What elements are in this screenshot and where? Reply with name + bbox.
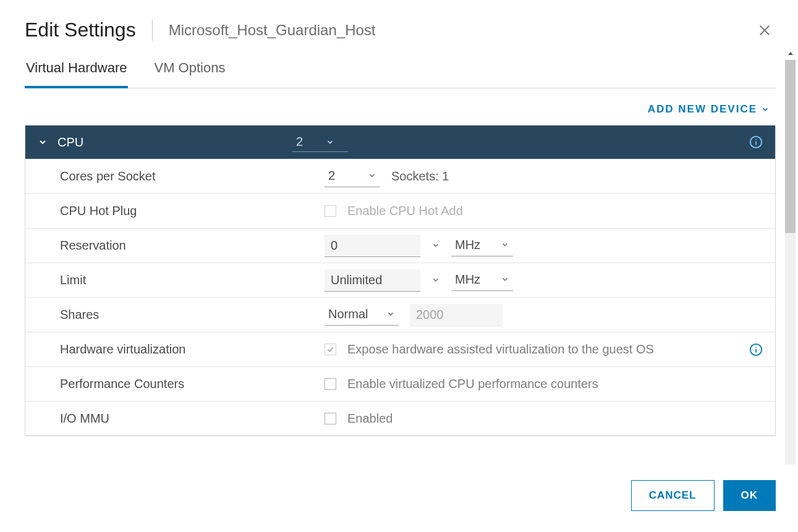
chevron-down-icon[interactable]: [431, 273, 440, 287]
info-icon[interactable]: [749, 343, 763, 357]
cpu-section-header[interactable]: CPU 2: [25, 125, 775, 159]
dialog-header: Edit Settings Microsoft_Host_Guardian_Ho…: [0, 0, 798, 48]
cores-per-socket-value: 2: [328, 169, 335, 183]
io-mmu-cb-label: Enabled: [347, 412, 393, 426]
limit-label: Limit: [60, 273, 325, 287]
shares-value-input: 2000: [410, 304, 503, 326]
dialog-title: Edit Settings: [25, 19, 136, 41]
reservation-label: Reservation: [60, 239, 325, 253]
cpu-hot-plug-checkbox: [325, 205, 336, 217]
perf-counters-cb-label: Enable virtualized CPU performance count…: [347, 377, 598, 391]
row-cores-per-socket: Cores per Socket 2 Sockets: 1: [25, 159, 775, 193]
cpu-hot-plug-cb-label: Enable CPU Hot Add: [347, 204, 463, 218]
cores-per-socket-select[interactable]: 2: [325, 166, 380, 187]
row-performance-counters: Performance Counters Enable virtualized …: [25, 366, 775, 401]
cancel-button[interactable]: CANCEL: [631, 480, 715, 511]
row-io-mmu: I/O MMU Enabled: [25, 401, 775, 436]
limit-unit-select[interactable]: MHz: [451, 270, 513, 291]
sockets-text: Sockets: 1: [391, 169, 449, 184]
limit-unit: MHz: [455, 272, 480, 287]
chevron-down-icon: [368, 169, 376, 183]
ok-button[interactable]: OK: [723, 480, 776, 511]
shares-level: Normal: [328, 307, 368, 321]
chevron-down-icon: [38, 137, 48, 147]
row-shares: Shares Normal 2000: [25, 297, 775, 332]
cores-per-socket-label: Cores per Socket: [60, 169, 325, 184]
tabs: Virtual Hardware VM Options: [25, 48, 776, 88]
divider: [152, 20, 153, 41]
perf-counters-checkbox[interactable]: [325, 378, 336, 390]
chevron-down-icon: [501, 272, 509, 287]
cpu-count-select[interactable]: 2: [292, 132, 348, 152]
limit-input[interactable]: Unlimited: [325, 269, 420, 292]
svg-point-7: [755, 346, 757, 347]
io-mmu-checkbox[interactable]: [325, 413, 336, 424]
hw-virt-cb-label: Expose hardware assisted virtualization …: [347, 342, 654, 357]
chevron-down-icon: [501, 238, 509, 252]
hw-virt-checkbox: [325, 344, 336, 355]
reservation-input[interactable]: 0: [325, 235, 420, 257]
vertical-scrollbar[interactable]: [782, 48, 798, 532]
chevron-down-icon: [386, 307, 395, 321]
chevron-down-icon[interactable]: [431, 239, 440, 253]
cpu-section-title: CPU: [57, 135, 292, 150]
scrollbar-track[interactable]: [785, 60, 796, 520]
cpu-count-value: 2: [296, 135, 303, 149]
info-icon[interactable]: [749, 135, 763, 149]
edit-settings-dialog: Edit Settings Microsoft_Host_Guardian_Ho…: [0, 0, 798, 532]
shares-level-select[interactable]: Normal: [325, 305, 399, 326]
cpu-hot-plug-label: CPU Hot Plug: [60, 204, 325, 218]
row-reservation: Reservation 0 MHz: [25, 228, 775, 263]
hw-virt-label: Hardware virtualization: [60, 342, 325, 357]
dialog-footer: CANCEL OK: [0, 465, 798, 532]
scrollbar-thumb[interactable]: [785, 60, 796, 233]
add-new-device-button[interactable]: ADD NEW DEVICE: [648, 103, 770, 116]
svg-marker-8: [788, 52, 793, 55]
perf-counters-label: Performance Counters: [60, 377, 325, 391]
row-hardware-virtualization: Hardware virtualization Expose hardware …: [25, 332, 775, 366]
row-cpu-hot-plug: CPU Hot Plug Enable CPU Hot Add: [25, 193, 775, 228]
reservation-unit-select[interactable]: MHz: [451, 235, 513, 256]
add-new-device-label: ADD NEW DEVICE: [648, 103, 757, 116]
cpu-section: CPU 2 Cores per Socket: [25, 125, 776, 436]
io-mmu-label: I/O MMU: [60, 412, 325, 426]
scroll-up-arrow-icon[interactable]: [785, 48, 796, 60]
row-limit: Limit Unlimited MHz: [25, 263, 775, 297]
chevron-down-icon: [326, 138, 334, 146]
reservation-unit: MHz: [455, 238, 480, 252]
svg-point-4: [755, 139, 757, 140]
chevron-down-icon: [761, 105, 770, 114]
close-icon[interactable]: [756, 22, 773, 39]
dialog-subtitle: Microsoft_Host_Guardian_Host: [169, 22, 376, 39]
tab-vm-options[interactable]: VM Options: [153, 54, 226, 88]
shares-label: Shares: [60, 308, 325, 322]
tab-virtual-hardware[interactable]: Virtual Hardware: [25, 54, 128, 88]
